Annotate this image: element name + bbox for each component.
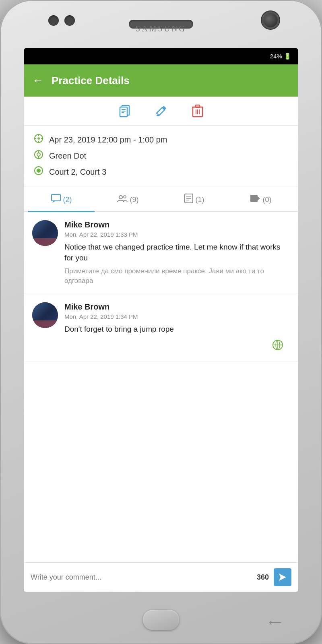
avatar xyxy=(32,220,58,246)
screen: 24% 🔋 ← Practice Details xyxy=(24,48,298,592)
tabs: (2) (9) xyxy=(24,186,298,212)
page-title: Practice Details xyxy=(52,74,130,87)
camera-dot-2 xyxy=(64,15,75,26)
location-text: Court 2, Court 3 xyxy=(49,167,106,177)
videos-icon xyxy=(250,194,260,205)
home-button[interactable] xyxy=(143,610,179,630)
char-count: 360 xyxy=(257,573,269,582)
location-row: Court 2, Court 3 xyxy=(34,166,288,178)
comment-input-area: 360 xyxy=(24,562,298,592)
samsung-brand: SAMSUNG xyxy=(136,24,186,33)
datetime-icon xyxy=(34,134,43,146)
svg-rect-1 xyxy=(120,107,127,117)
tab-videos-label: (0) xyxy=(263,196,272,204)
svg-rect-33 xyxy=(250,195,258,202)
svg-marker-39 xyxy=(279,574,286,581)
comment-item: Mike Brown Mon, Apr 22, 2019 1:34 PM Don… xyxy=(24,294,298,362)
tab-comments[interactable]: (2) xyxy=(28,186,95,211)
translate-icon[interactable] xyxy=(272,339,283,353)
comment-translation: Приметите да смо променили време праксе.… xyxy=(64,266,290,286)
tab-notes[interactable]: (1) xyxy=(161,186,227,211)
comments-icon xyxy=(51,194,61,205)
phone-bottom: ⟵ xyxy=(0,596,322,644)
comment-text: Notice that we changed practice time. Le… xyxy=(64,242,290,263)
tab-members-label: (9) xyxy=(130,196,139,204)
tab-members[interactable]: (9) xyxy=(95,186,161,211)
battery-status: 24% 🔋 xyxy=(270,53,291,60)
toolbar xyxy=(24,97,298,126)
comment-item: Mike Brown Mon, Apr 22, 2019 1:33 PM Not… xyxy=(24,212,298,294)
svg-point-27 xyxy=(119,196,122,199)
group-text: Green Dot xyxy=(49,151,86,161)
camera-right xyxy=(263,13,278,27)
comment-input[interactable] xyxy=(31,573,252,582)
delete-button[interactable] xyxy=(192,104,203,120)
comment-text-2: Don't forget to bring a jump rope xyxy=(64,324,290,335)
datetime-text: Apr 23, 2019 12:00 pm - 1:00 pm xyxy=(49,135,167,144)
comment-content: Mike Brown Mon, Apr 22, 2019 1:33 PM Not… xyxy=(64,220,290,286)
members-icon xyxy=(117,194,128,205)
tab-comments-label: (2) xyxy=(63,196,72,204)
comment-date: Mon, Apr 22, 2019 1:33 PM xyxy=(64,231,290,238)
send-button[interactable] xyxy=(274,568,291,586)
status-bar: 24% 🔋 xyxy=(24,48,298,64)
practice-info: Apr 23, 2019 12:00 pm - 1:00 pm Green Do… xyxy=(24,126,298,186)
comment-date-2: Mon, Apr 22, 2019 1:34 PM xyxy=(64,313,290,320)
phone-shell: SAMSUNG 24% 🔋 ← Practice Details xyxy=(0,0,322,644)
svg-marker-34 xyxy=(258,196,260,200)
back-hw-button[interactable]: ⟵ xyxy=(269,617,282,628)
comment-author: Mike Brown xyxy=(64,220,290,229)
svg-point-13 xyxy=(37,137,40,140)
comments-list: Mike Brown Mon, Apr 22, 2019 1:33 PM Not… xyxy=(24,212,298,562)
comment-content: Mike Brown Mon, Apr 22, 2019 1:34 PM Don… xyxy=(64,302,290,354)
avatar-image xyxy=(32,220,58,246)
camera-dot-1 xyxy=(48,15,59,26)
location-icon xyxy=(34,166,43,178)
edit-button[interactable] xyxy=(155,104,168,120)
datetime-row: Apr 23, 2019 12:00 pm - 1:00 pm xyxy=(34,134,288,146)
svg-rect-8 xyxy=(196,105,200,107)
svg-point-28 xyxy=(124,196,126,198)
svg-rect-25 xyxy=(52,194,60,201)
camera-dots xyxy=(48,15,75,26)
group-icon xyxy=(34,150,43,162)
copy-button[interactable] xyxy=(119,104,131,120)
back-button[interactable]: ← xyxy=(32,74,43,87)
phone-top: SAMSUNG xyxy=(0,0,322,48)
tab-notes-label: (1) xyxy=(196,196,204,204)
comment-author-2: Mike Brown xyxy=(64,302,290,312)
tab-videos[interactable]: (0) xyxy=(227,186,294,211)
translate-float xyxy=(64,338,290,353)
avatar xyxy=(32,302,58,328)
svg-point-19 xyxy=(37,153,40,156)
group-row: Green Dot xyxy=(34,150,288,162)
app-header: ← Practice Details xyxy=(24,64,298,97)
avatar-image xyxy=(32,302,58,328)
notes-icon xyxy=(184,194,193,206)
